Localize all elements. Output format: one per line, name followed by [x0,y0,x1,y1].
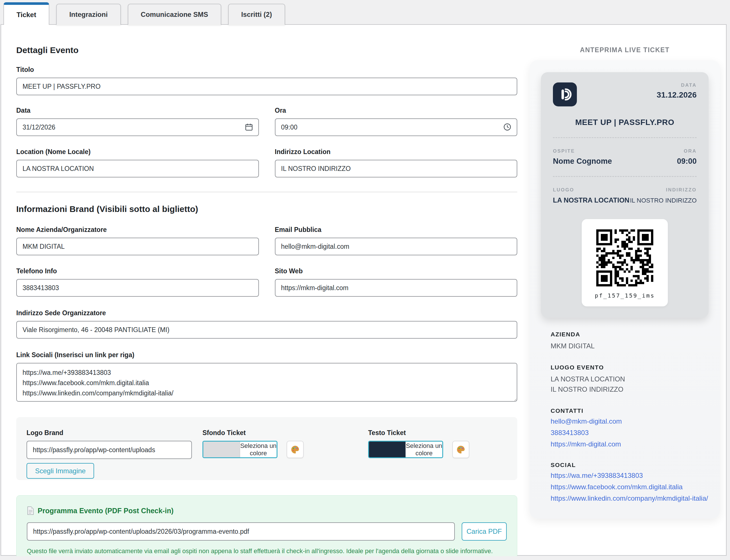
azienda-section: AZIENDA MKM DIGITAL [551,331,709,351]
ticket-ospite-value: Nome Cognome [553,157,612,166]
preview-card: DATA 31.12.2026 MEET UP | PASSFLY.PRO OS… [529,60,720,519]
ticket: DATA 31.12.2026 MEET UP | PASSFLY.PRO OS… [541,72,709,318]
sfondo-color-picker-button[interactable]: Seleziona un colore [203,441,278,458]
ticket-data-label: DATA [657,82,697,88]
contatti-phone-link[interactable]: 3883413803 [551,428,709,437]
ticket-settings-panel: Dettagli Evento Titolo Data Ora Locati [1,24,727,556]
location-label: Location (Nome Locale) [16,148,259,156]
tab-bar: Ticket Integrazioni Comunicazione SMS Is… [3,2,285,25]
social-facebook-link[interactable]: https://www.facebook.com/mkm.digital.ita… [551,483,709,491]
nome-azienda-label: Nome Azienda/Organizzatore [16,226,259,234]
luogo-evento-section: LUOGO EVENTO LA NOSTRA LOCATION IL NOSTR… [551,364,709,394]
ticket-ospite-label: OSPITE [553,148,612,154]
contatti-website-link[interactable]: https://mkm-digital.com [551,440,709,448]
luogo-evento-line1: LA NOSTRA LOCATION [551,374,709,384]
carica-pdf-button[interactable]: Carica PDF [462,522,507,541]
branding-box: Logo Brand Scegli Immagine Sfondo Ticket… [16,417,517,480]
qr-caption: pf_157_159_ims [582,292,668,299]
email-pubblica-label: Email Pubblica [275,226,517,234]
testo-color-picker-button[interactable]: Seleziona un colore [368,441,443,458]
ticket-title: MEET UP | PASSFLY.PRO [553,118,697,127]
nome-azienda-input[interactable] [16,238,259,255]
contatti-label: CONTATTI [551,407,709,414]
azienda-label: AZIENDA [551,331,709,338]
ticket-indirizzo-label: INDIRIZZO [630,187,697,193]
passfly-logo-icon [557,87,572,102]
social-whatsapp-link[interactable]: https://wa.me/+393883413803 [551,471,709,480]
luogo-evento-label: LUOGO EVENTO [551,364,709,371]
azienda-value: MKM DIGITAL [551,341,709,351]
tab-iscritti[interactable]: Iscritti (2) [228,4,285,25]
ticket-ora-value: 09:00 [677,157,697,166]
indirizzo-sede-input[interactable] [16,321,517,339]
indirizzo-sede-label: Indirizzo Sede Organizzatore [16,309,517,317]
live-ticket-preview: ANTEPRIMA LIVE TICKET DATA 31.12.2026 [529,25,720,519]
contatti-email-link[interactable]: hello@mkm-digital.com [551,417,709,426]
pdf-url-input[interactable] [27,522,455,541]
tab-ticket[interactable]: Ticket [3,2,49,25]
ticket-luogo-value: LA NOSTRA LOCATION [553,196,629,204]
ticket-ora-label: ORA [677,148,697,154]
preview-heading: ANTEPRIMA LIVE TICKET [529,46,720,54]
tab-integrazioni[interactable]: Integrazioni [56,4,121,25]
pdf-help-text: Questo file verrà inviato automaticament… [27,546,506,556]
sfondo-color-picker-label: Seleziona un colore [240,442,277,457]
testo-ticket-label: Testo Ticket [368,429,507,437]
data-input[interactable] [16,118,259,136]
telefono-label: Telefono Info [16,267,259,275]
sito-web-input[interactable] [275,279,517,297]
palette-icon [290,444,300,455]
qr-card: pf_157_159_ims [582,219,668,306]
section-divider [16,192,517,192]
palette-icon [456,444,466,455]
testo-color-swatch [369,442,406,457]
data-label: Data [16,107,259,114]
pdf-box: Programma Evento (PDF Post Check-in) Car… [16,495,517,560]
social-section: SOCIAL https://wa.me/+393883413803 https… [551,462,709,503]
ticket-data-value: 31.12.2026 [657,90,697,100]
luogo-evento-line2: IL NOSTRO INDIRIZZO [551,385,709,394]
sfondo-palette-button[interactable] [287,441,304,458]
scegli-immagine-button[interactable]: Scegli Immagine [27,463,94,479]
logo-brand-label: Logo Brand [27,429,203,437]
document-icon [27,506,34,515]
sito-web-label: Sito Web [275,267,517,275]
social-label: SOCIAL [551,462,709,468]
ticket-divider [553,137,697,138]
event-form: Dettagli Evento Titolo Data Ora Locati [16,25,517,560]
page-background [0,556,730,560]
link-sociali-textarea[interactable]: https://wa.me/+393883413803 https://www.… [16,363,517,402]
tab-comunicazione-sms[interactable]: Comunicazione SMS [128,4,221,25]
sfondo-color-swatch [203,442,240,457]
ticket-indirizzo-value: IL NOSTRO INDIRIZZO [630,197,697,204]
email-pubblica-input[interactable] [275,238,517,255]
section-title-informazioni-brand: Informazioni Brand (Visibili sotto al bi… [16,204,517,214]
contatti-section: CONTATTI hello@mkm-digital.com 388341380… [551,407,709,448]
link-sociali-label: Link Sociali (Inserisci un link per riga… [16,351,517,359]
ticket-divider [553,176,697,177]
testo-palette-button[interactable] [452,441,469,458]
ora-label: Ora [275,107,517,114]
passfly-logo [553,82,577,106]
telefono-input[interactable] [16,279,259,297]
titolo-input[interactable] [16,78,517,95]
ticket-luogo-label: LUOGO [553,187,629,193]
location-input[interactable] [16,160,259,177]
indirizzo-location-input[interactable] [275,160,517,177]
section-title-dettagli-evento: Dettagli Evento [16,45,517,55]
ora-input[interactable] [275,118,517,136]
qr-code [596,229,653,286]
social-linkedin-link[interactable]: https://www.linkedin.com/company/mkmdigi… [551,494,709,503]
titolo-label: Titolo [16,66,517,74]
indirizzo-location-label: Indirizzo Location [275,148,517,156]
testo-color-picker-label: Seleziona un colore [406,442,442,457]
logo-brand-input[interactable] [27,441,192,459]
sfondo-ticket-label: Sfondo Ticket [203,429,368,437]
pdf-title: Programma Evento (PDF Post Check-in) [38,507,173,515]
